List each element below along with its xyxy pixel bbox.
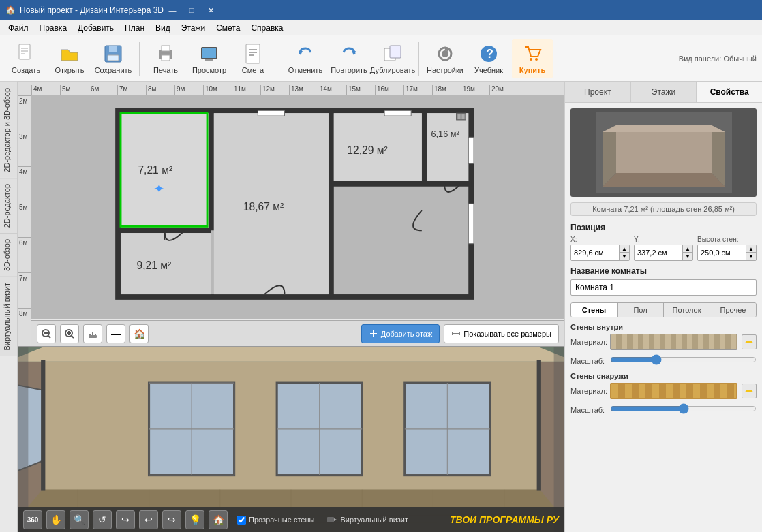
close-button[interactable]: ✕: [202, 3, 219, 17]
measure-button[interactable]: [83, 324, 102, 343]
walls-outside-material-open[interactable]: [742, 384, 757, 398]
open-button[interactable]: Открыть: [49, 39, 90, 78]
sub-tab-other[interactable]: Прочее: [710, 303, 756, 317]
maximize-button[interactable]: □: [183, 3, 200, 17]
home-3d-button[interactable]: 🏠: [209, 510, 228, 529]
walls-outside-material-preview: [610, 383, 737, 399]
estimate-button[interactable]: Смета: [232, 39, 273, 78]
preview-button[interactable]: Просмотр: [189, 39, 230, 78]
open-icon: [59, 43, 80, 65]
wall-height-input[interactable]: [698, 245, 746, 260]
rotate-left-button[interactable]: ↺: [93, 510, 112, 529]
virtual-visit-button[interactable]: Виртуальный визит: [326, 514, 408, 525]
room-label: Комната 7,21 м² (площадь стен 26,85 м²): [570, 202, 757, 216]
y-input[interactable]: [635, 245, 682, 260]
walls-outside-scale-label: Масштаб:: [570, 406, 606, 414]
minus-button[interactable]: —: [106, 324, 125, 343]
menu-help[interactable]: Справка: [245, 22, 288, 34]
light-button[interactable]: 💡: [185, 510, 204, 529]
wh-up[interactable]: ▲: [746, 245, 756, 253]
show-sizes-button[interactable]: Показывать все размеры: [444, 324, 559, 343]
svg-rect-95: [41, 360, 45, 491]
buy-button[interactable]: Купить: [512, 39, 553, 78]
add-floor-button[interactable]: Добавить этаж: [361, 324, 440, 343]
menu-edit[interactable]: Правка: [34, 22, 73, 34]
svg-rect-8: [162, 46, 170, 51]
home-button[interactable]: 🏠: [129, 324, 149, 343]
estimate-icon: [242, 43, 264, 65]
panel-tab-floors[interactable]: Этажи: [631, 82, 697, 102]
tutorial-button[interactable]: ? Учебник: [468, 39, 509, 78]
y-up[interactable]: ▲: [683, 245, 692, 253]
panel-tab-project[interactable]: Проект: [565, 82, 631, 102]
minimize-button[interactable]: —: [164, 3, 181, 17]
tab-2d-3d[interactable]: 2D-редактор и 3D-обзор: [0, 82, 17, 178]
walls-inside-material-open[interactable]: [742, 334, 757, 349]
redo-button[interactable]: Повторить: [329, 39, 369, 78]
svg-rect-5: [109, 46, 117, 52]
redo-icon: [338, 43, 360, 65]
svg-rect-12: [205, 59, 213, 61]
svg-marker-106: [603, 125, 725, 132]
svg-rect-48: [468, 137, 474, 163]
360-button[interactable]: 360: [23, 510, 42, 529]
create-button[interactable]: Создать: [5, 39, 46, 78]
zoom-out-button[interactable]: [37, 324, 56, 343]
menu-file[interactable]: Файл: [3, 22, 34, 34]
sub-tab-ceiling[interactable]: Потолок: [664, 303, 710, 317]
svg-text:18,67 м²: 18,67 м²: [243, 201, 284, 213]
svg-point-26: [535, 58, 538, 61]
wh-down[interactable]: ▼: [746, 253, 756, 260]
sub-tab-walls[interactable]: Стены: [571, 303, 618, 317]
zoom-in-button[interactable]: [60, 324, 79, 343]
walls-outside-scale-slider[interactable]: [610, 403, 757, 414]
floorplan[interactable]: 7,21 м² ✦ 18,67 м² 12,29 м² 6,16 м² 9,21…: [31, 95, 564, 319]
ruler-mark: 17м: [403, 85, 432, 95]
redo-3d-button[interactable]: ↪: [162, 510, 181, 529]
panel-tab-properties[interactable]: Свойства: [697, 82, 762, 102]
menu-add[interactable]: Добавить: [72, 22, 119, 34]
svg-rect-52: [461, 114, 464, 119]
ruler-mark: 10м: [203, 85, 232, 95]
y-field: Y: ▲ ▼: [634, 236, 693, 261]
x-down[interactable]: ▼: [620, 253, 629, 260]
transparent-walls-toggle[interactable]: Прозрачные стены: [237, 516, 314, 525]
svg-marker-74: [18, 347, 564, 362]
svg-marker-102: [603, 173, 725, 187]
window-title: Новый проект - Дизайн Интерьера 3D: [20, 5, 164, 15]
room-name-input[interactable]: [570, 279, 757, 296]
walls-outside-title: Стены снаружи: [570, 372, 757, 380]
svg-rect-51: [458, 114, 461, 119]
right-panel: Проект Этажи Свойства: [564, 82, 762, 532]
save-button[interactable]: Сохранить: [93, 39, 134, 78]
undo-3d-button[interactable]: ↩: [139, 510, 158, 529]
hand-tool-button[interactable]: ✋: [46, 510, 65, 529]
menubar: Файл Правка Добавить План Вид Этажи Смет…: [0, 20, 762, 35]
settings-button[interactable]: Настройки: [425, 39, 466, 78]
x-input[interactable]: [571, 245, 619, 260]
menu-view[interactable]: Вид: [150, 22, 176, 34]
toolbar-sep-2: [279, 42, 279, 76]
ruler-mark: 4м: [31, 85, 60, 95]
editor-2d[interactable]: 4м 5м 6м 7м 8м 9м 10м 11м 12м 13м 14м 15…: [18, 82, 564, 347]
menu-floors[interactable]: Этажи: [176, 22, 211, 34]
print-button[interactable]: Печать: [145, 39, 186, 78]
zoom-3d-button[interactable]: 🔍: [70, 510, 89, 529]
tab-2d[interactable]: 2D-редактор: [0, 178, 17, 233]
view-3d[interactable]: 360 ✋ 🔍 ↺ ↪ ↩ ↪ 💡 🏠 Прозрачные стены Вир…: [18, 347, 564, 532]
y-down[interactable]: ▼: [683, 253, 692, 260]
svg-rect-11: [202, 48, 216, 58]
x-up[interactable]: ▲: [620, 245, 629, 253]
sub-tab-floor[interactable]: Пол: [618, 303, 664, 317]
tab-virtual[interactable]: Виртуальный визит: [0, 277, 17, 356]
walls-outside-material-label: Материал:: [570, 387, 606, 395]
rotate-right-button[interactable]: ↪: [116, 510, 135, 529]
svg-rect-49: [468, 204, 474, 244]
ruler-mark: 11м: [232, 85, 260, 95]
walls-inside-scale-slider[interactable]: [610, 354, 757, 365]
menu-plan[interactable]: План: [119, 22, 150, 34]
undo-button[interactable]: Отменить: [285, 39, 326, 78]
tab-3d[interactable]: 3D-обзор: [0, 233, 17, 277]
duplicate-button[interactable]: Дублировать: [372, 39, 413, 78]
menu-estimate[interactable]: Смета: [211, 22, 245, 34]
